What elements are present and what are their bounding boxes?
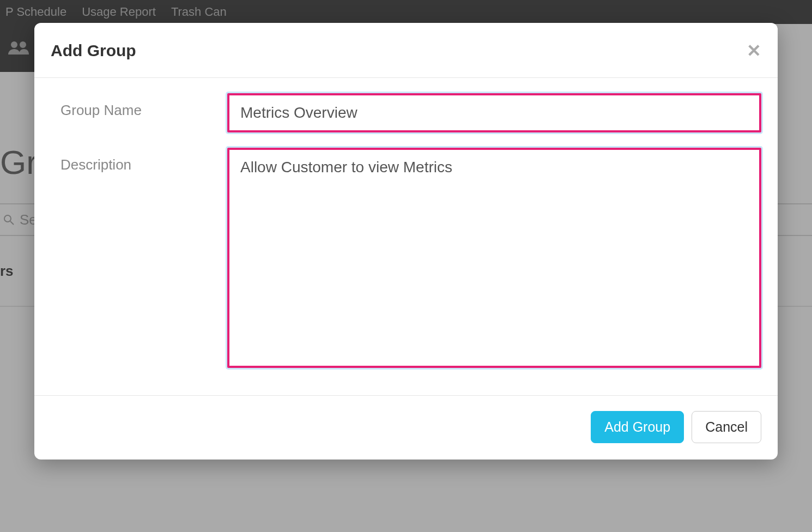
modal-body: Group Name Description [34, 78, 778, 395]
modal-header: Add Group ✕ [34, 23, 778, 78]
cancel-button[interactable]: Cancel [692, 411, 761, 443]
add-group-modal: Add Group ✕ Group Name Description Add G… [34, 23, 778, 460]
close-button[interactable]: ✕ [747, 42, 761, 59]
modal-title: Add Group [51, 41, 136, 60]
close-icon: ✕ [747, 41, 761, 61]
description-label: Description [51, 148, 214, 173]
group-name-label: Group Name [51, 93, 214, 119]
add-group-button[interactable]: Add Group [591, 411, 684, 443]
group-name-input[interactable] [227, 93, 761, 132]
modal-footer: Add Group Cancel [34, 395, 778, 460]
description-textarea[interactable] [227, 148, 761, 368]
